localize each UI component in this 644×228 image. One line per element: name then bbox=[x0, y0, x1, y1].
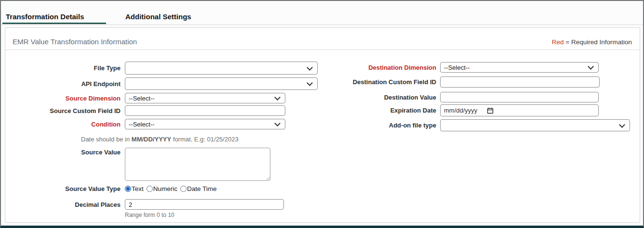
tabbar-divider bbox=[1, 25, 643, 25]
panel-title: EMR Value Transformation Information bbox=[13, 38, 137, 46]
tab-additional-settings[interactable]: Additional Settings bbox=[125, 13, 191, 21]
expiration-date-input[interactable]: mm/dd/yyyy bbox=[440, 104, 599, 116]
chevron-down-icon bbox=[588, 63, 594, 70]
decimal-places-input[interactable] bbox=[125, 199, 284, 210]
condition-select-value: --Select-- bbox=[129, 121, 154, 128]
panel-header: EMR Value Transformation Information Red… bbox=[5, 28, 640, 50]
chevron-down-icon bbox=[274, 94, 281, 101]
required-legend: Red = Required Information bbox=[552, 38, 632, 46]
file-type-label: File Type bbox=[5, 64, 121, 72]
expiration-date-label: Expiration Date bbox=[319, 107, 436, 114]
tab-transformation-details[interactable]: Transformation Details bbox=[6, 13, 84, 21]
condition-label: Condition bbox=[5, 121, 121, 128]
destination-dimension-select-value: --Select-- bbox=[444, 64, 470, 71]
source-dimension-select[interactable]: --Select-- bbox=[125, 93, 285, 103]
form-body: File Type API Endpoint Source Dimension … bbox=[5, 50, 640, 222]
chevron-down-icon bbox=[274, 120, 281, 127]
calendar-icon[interactable] bbox=[487, 107, 494, 114]
radio-option-numeric-label: Numeric bbox=[153, 185, 177, 192]
chevron-down-icon bbox=[619, 122, 625, 128]
destination-dimension-label: Destination Dimension bbox=[319, 64, 436, 71]
source-value-type-radio-group: Text Numeric Date Time bbox=[125, 185, 220, 192]
destination-custom-field-id-input[interactable] bbox=[440, 76, 600, 88]
radio-unselected-icon[interactable] bbox=[180, 186, 187, 192]
required-legend-text: = Required Information bbox=[564, 38, 632, 46]
condition-select[interactable]: --Select-- bbox=[125, 119, 285, 129]
destination-dimension-select[interactable]: --Select-- bbox=[440, 62, 599, 73]
source-value-label: Source Value bbox=[5, 149, 121, 156]
decimal-places-label: Decimal Places bbox=[5, 201, 121, 208]
chevron-down-icon bbox=[307, 80, 313, 86]
active-tab-underline bbox=[2, 23, 106, 24]
source-value-type-label: Source Value Type bbox=[5, 185, 121, 192]
api-endpoint-label: API Endpoint bbox=[5, 80, 121, 88]
date-format-hint: Date should be in MM/DD/YYYY format. E.g… bbox=[81, 136, 239, 143]
radio-option-numeric[interactable]: Numeric bbox=[147, 185, 177, 192]
chevron-down-icon bbox=[307, 64, 313, 71]
radio-selected-icon[interactable] bbox=[125, 186, 131, 192]
source-custom-field-id-input[interactable] bbox=[125, 105, 285, 116]
resize-handle-icon[interactable] bbox=[265, 176, 269, 180]
radio-option-text-label: Text bbox=[132, 185, 144, 192]
radio-option-date-time-label: Date Time bbox=[187, 185, 217, 192]
decimal-places-hint: Range form 0 to 10 bbox=[125, 212, 174, 218]
source-dimension-label: Source Dimension bbox=[5, 95, 121, 102]
date-placeholder-text: mm/dd/yyyy bbox=[444, 107, 477, 114]
addon-file-type-label: Add-on file type bbox=[319, 122, 436, 129]
radio-option-text[interactable]: Text bbox=[125, 185, 144, 192]
required-legend-red: Red bbox=[552, 38, 564, 46]
destination-value-label: Destination Value bbox=[319, 94, 436, 101]
radio-unselected-icon[interactable] bbox=[147, 186, 153, 192]
radio-option-date-time[interactable]: Date Time bbox=[180, 185, 217, 192]
file-type-select[interactable] bbox=[125, 62, 318, 75]
source-dimension-select-value: --Select-- bbox=[129, 95, 154, 102]
api-endpoint-select[interactable] bbox=[125, 77, 318, 90]
transformation-panel: EMR Value Transformation Information Red… bbox=[5, 27, 640, 223]
source-custom-field-id-label: Source Custom Field ID bbox=[5, 107, 121, 114]
destination-custom-field-id-label: Destination Custom Field ID bbox=[319, 78, 436, 86]
destination-value-input[interactable] bbox=[440, 92, 599, 102]
app-window: Transformation Details Additional Settin… bbox=[0, 0, 644, 228]
source-value-textarea[interactable] bbox=[125, 148, 270, 181]
addon-file-type-select[interactable] bbox=[440, 119, 630, 131]
